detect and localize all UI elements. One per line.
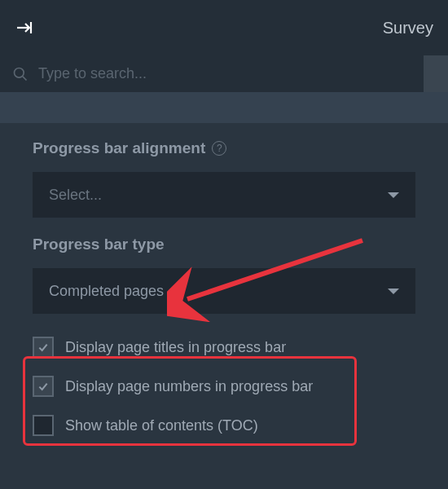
checkbox-label: Display page numbers in progress bar — [65, 378, 313, 395]
settings-panel: Progress bar alignment ? Select... Progr… — [0, 123, 448, 444]
select-value: Completed pages — [49, 283, 164, 300]
field-label: Progress bar alignment — [33, 139, 205, 157]
field-label: Progress bar type — [33, 236, 165, 253]
select-value: Select... — [49, 187, 102, 204]
chevron-down-icon — [388, 289, 399, 294]
svg-line-3 — [23, 76, 27, 80]
chevron-down-icon — [388, 192, 399, 198]
page-title: Survey — [383, 19, 433, 37]
checkbox-display-numbers[interactable]: Display page numbers in progress bar — [33, 376, 415, 397]
collapse-sidebar-icon[interactable] — [15, 18, 34, 37]
search-input[interactable] — [38, 65, 411, 82]
checkbox-label: Show table of contents (TOC) — [65, 417, 258, 434]
select-progress-bar-type[interactable]: Completed pages — [33, 268, 415, 314]
checkbox-input[interactable] — [33, 376, 54, 397]
checkbox-group: Display page titles in progress bar Disp… — [33, 332, 415, 436]
section-divider — [0, 92, 448, 123]
select-progress-bar-alignment[interactable]: Select... — [33, 172, 415, 218]
checkbox-input[interactable] — [33, 415, 54, 436]
search-icon — [12, 66, 29, 82]
checkbox-input[interactable] — [33, 337, 54, 358]
search-box[interactable] — [0, 55, 424, 92]
search-wrap — [0, 55, 448, 92]
field-progress-bar-alignment: Progress bar alignment ? Select... — [33, 139, 415, 218]
field-progress-bar-type: Progress bar type Completed pages — [33, 236, 415, 314]
checkbox-label: Display page titles in progress bar — [65, 339, 286, 356]
svg-point-2 — [15, 68, 24, 77]
checkbox-show-toc[interactable]: Show table of contents (TOC) — [33, 415, 415, 436]
topbar: Survey — [0, 0, 448, 55]
help-icon[interactable]: ? — [212, 141, 226, 156]
checkbox-display-titles[interactable]: Display page titles in progress bar — [33, 337, 415, 358]
